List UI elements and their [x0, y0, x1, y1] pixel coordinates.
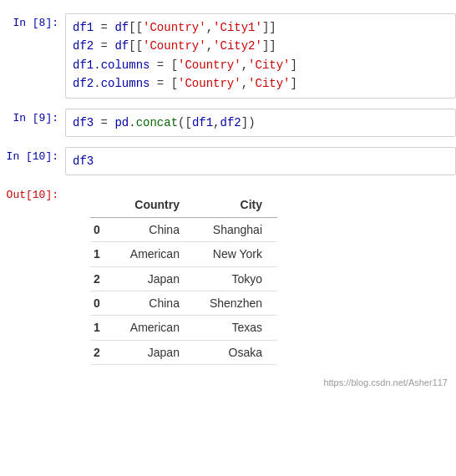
table-body: 0ChinaShanghai1AmericanNew York2JapanTok… [90, 217, 277, 364]
cell-10-label: In [10]: [0, 147, 65, 163]
row-index: 2 [90, 340, 115, 364]
dataframe-table: Country City 0ChinaShanghai1AmericanNew … [90, 193, 277, 365]
output-content: Country City 0ChinaShanghai1AmericanNew … [65, 185, 456, 369]
output-row: Out[10]: Country City 0ChinaShanghai1Ame… [0, 180, 456, 374]
header-row: Country City [90, 193, 277, 217]
cell-city: Osaka [195, 340, 277, 364]
table-row: 0ChinaShanghai [90, 217, 277, 241]
output-label: Out[10]: [0, 185, 65, 201]
table-row: 1AmericanTexas [90, 316, 277, 340]
row-index: 0 [90, 217, 115, 241]
cell-country: Japan [115, 340, 195, 364]
cell-country: American [115, 316, 195, 340]
table-row: 1AmericanNew York [90, 242, 277, 266]
row-index: 1 [90, 316, 115, 340]
col-index [90, 193, 115, 217]
cell-city: Shenzhen [195, 291, 277, 315]
cell-city: Shanghai [195, 217, 277, 241]
col-city: City [195, 193, 277, 217]
cell-city: New York [195, 242, 277, 266]
row-index: 1 [90, 242, 115, 266]
table-row: 2JapanOsaka [90, 340, 277, 364]
cell-8: In [8]: df1 = df[['Country','City1']]df2… [0, 8, 456, 104]
col-country: Country [115, 193, 195, 217]
cell-9: In [9]: df3 = pd.concat([df1,df2]) [0, 104, 456, 142]
cell-8-content[interactable]: df1 = df[['Country','City1']]df2 = df[['… [65, 13, 456, 99]
cell-8-label: In [8]: [0, 13, 65, 29]
cell-city: Texas [195, 316, 277, 340]
cell-city: Tokyo [195, 266, 277, 291]
cell-10: In [10]: df3 [0, 142, 456, 180]
watermark: https://blog.csdn.net/Asher117 [0, 374, 456, 387]
table-row: 2JapanTokyo [90, 266, 277, 291]
row-index: 0 [90, 291, 115, 315]
cell-country: Japan [115, 266, 195, 291]
cell-9-content[interactable]: df3 = pd.concat([df1,df2]) [65, 109, 456, 137]
cell-country: China [115, 217, 195, 241]
cell-country: China [115, 291, 195, 315]
table-header: Country City [90, 193, 277, 217]
cell-10-content[interactable]: df3 [65, 147, 456, 175]
cell-country: American [115, 242, 195, 266]
cell-9-label: In [9]: [0, 109, 65, 124]
table-row: 0ChinaShenzhen [90, 291, 277, 315]
row-index: 2 [90, 266, 115, 291]
notebook: In [8]: df1 = df[['Country','City1']]df2… [0, 0, 456, 396]
